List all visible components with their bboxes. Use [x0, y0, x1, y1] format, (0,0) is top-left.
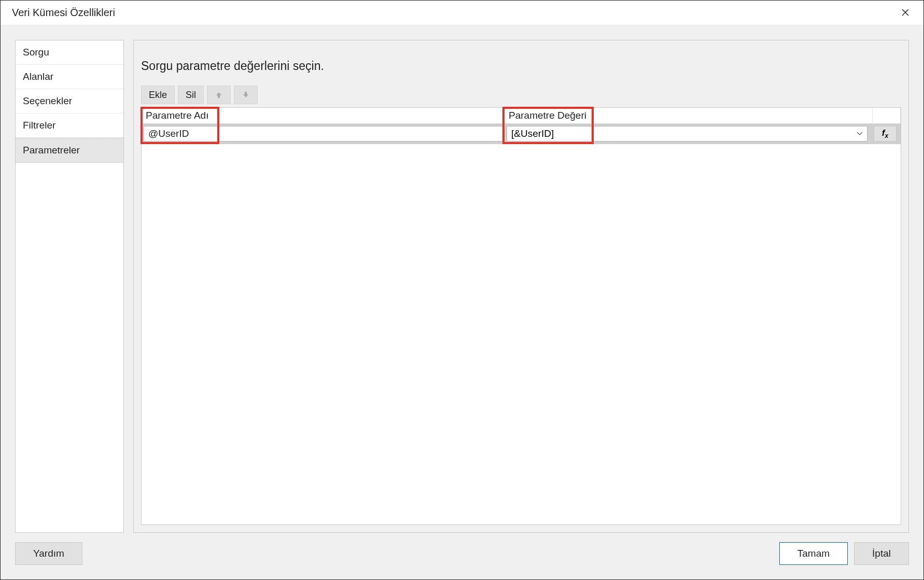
help-button[interactable]: Yardım	[15, 542, 82, 565]
toolbar: Ekle Sil	[134, 86, 908, 107]
sidebar-item-options[interactable]: Seçenekler	[16, 89, 123, 114]
sidebar: Sorgu Alanlar Seçenekler Filtreler Param…	[15, 40, 124, 533]
cancel-button[interactable]: İptal	[854, 542, 909, 565]
grid-empty-area	[142, 144, 901, 525]
footer-right: Tamam İptal	[779, 542, 909, 565]
table-row[interactable]: [&UserID] fx	[142, 124, 901, 144]
sidebar-item-filters[interactable]: Filtreler	[16, 114, 123, 138]
column-header-fx	[873, 108, 901, 123]
add-button[interactable]: Ekle	[141, 86, 175, 104]
dialog-window: Veri Kümesi Özellikleri Sorgu Alanlar Se…	[0, 0, 924, 580]
move-down-button[interactable]	[234, 86, 258, 104]
ok-button[interactable]: Tamam	[779, 542, 848, 565]
close-icon	[902, 9, 909, 16]
sidebar-item-fields[interactable]: Alanlar	[16, 65, 123, 89]
sidebar-item-parameters[interactable]: Parametreler	[16, 138, 123, 163]
panel-heading: Sorgu parametre değerlerini seçin.	[134, 40, 908, 86]
grid-header: Parametre Adı Parametre Değeri	[142, 108, 901, 124]
arrow-up-icon	[215, 91, 223, 99]
expression-button[interactable]: fx	[874, 126, 897, 142]
sidebar-item-query[interactable]: Sorgu	[16, 40, 123, 65]
window-title: Veri Kümesi Özellikleri	[12, 7, 115, 19]
fx-icon: fx	[882, 128, 888, 139]
parameter-name-input[interactable]	[144, 126, 503, 142]
parameter-value-text: [&UserID]	[507, 126, 852, 141]
delete-button[interactable]: Sil	[178, 86, 204, 104]
column-header-name[interactable]: Parametre Adı	[142, 108, 505, 123]
chevron-down-icon[interactable]	[852, 132, 867, 136]
main-layout: Sorgu Alanlar Seçenekler Filtreler Param…	[15, 40, 909, 533]
move-up-button[interactable]	[207, 86, 231, 104]
parameters-grid: Parametre Adı Parametre Değeri [&UserID]	[141, 107, 901, 525]
dialog-body: Sorgu Alanlar Seçenekler Filtreler Param…	[1, 25, 923, 579]
parameter-value-dropdown[interactable]: [&UserID]	[507, 126, 867, 142]
arrow-down-icon	[242, 91, 250, 99]
close-button[interactable]	[897, 4, 914, 22]
column-header-value[interactable]: Parametre Değeri	[505, 108, 873, 123]
titlebar: Veri Kümesi Özellikleri	[1, 1, 923, 25]
footer: Yardım Tamam İptal	[15, 533, 909, 565]
main-panel: Sorgu parametre değerlerini seçin. Ekle …	[133, 40, 909, 533]
